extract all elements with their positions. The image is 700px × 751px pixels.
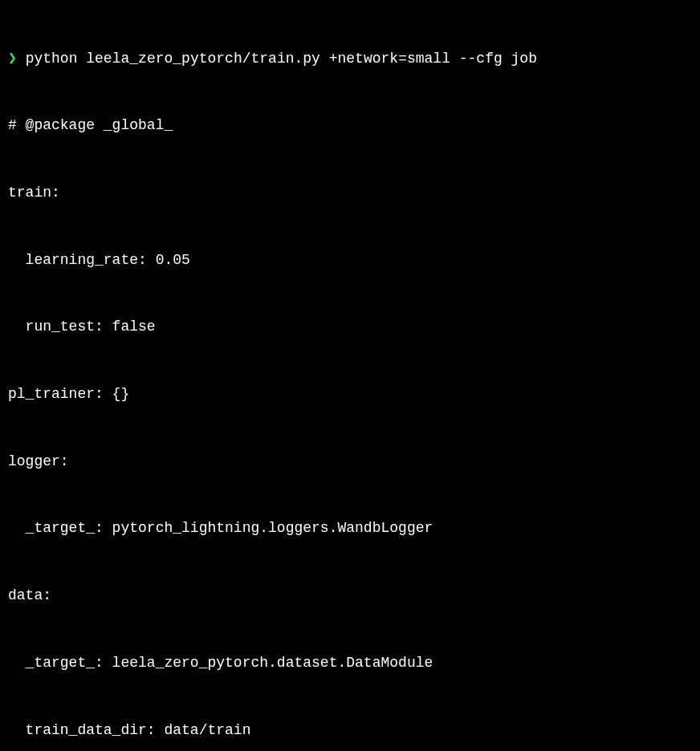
output-line: train:	[0, 182, 700, 205]
output-line: _target_: pytorch_lightning.loggers.Wand…	[0, 518, 700, 540]
output-line: _target_: leela_zero_pytorch.dataset.Dat…	[0, 652, 700, 675]
output-line: logger:	[0, 451, 700, 473]
prompt-symbol: ❯	[8, 51, 17, 67]
output-line: run_test: false	[0, 316, 700, 339]
terminal-output[interactable]: ❯ python leela_zero_pytorch/train.py +ne…	[0, 3, 700, 751]
output-line: train_data_dir: data/train	[0, 720, 700, 742]
output-line: pl_trainer: {}	[0, 384, 700, 406]
command-text: python leela_zero_pytorch/train.py +netw…	[26, 51, 537, 67]
output-line: data:	[0, 585, 700, 607]
output-line: learning_rate: 0.05	[0, 250, 700, 272]
output-line: # @package _global_	[0, 115, 700, 137]
command-line: ❯ python leela_zero_pytorch/train.py +ne…	[0, 48, 700, 71]
